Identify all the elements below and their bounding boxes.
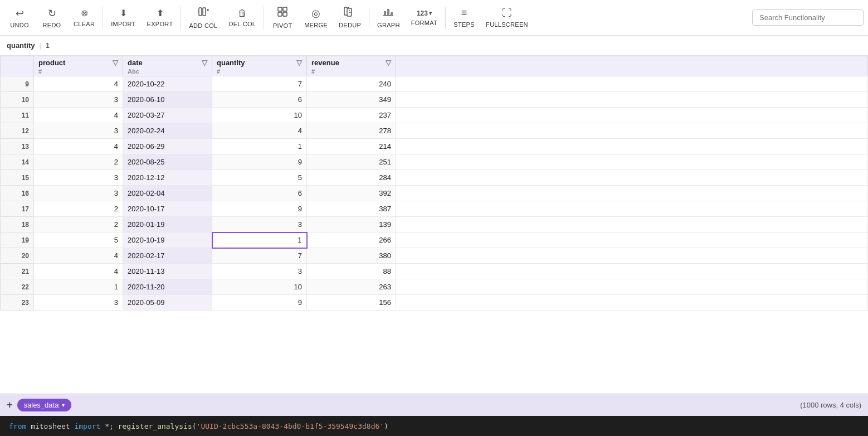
- table-row: 1952020-10-191266: [1, 232, 868, 248]
- cell-product[interactable]: 3: [34, 92, 123, 108]
- cell-quantity[interactable]: 9: [212, 201, 307, 217]
- cell-quantity[interactable]: 10: [212, 108, 307, 123]
- cell-revenue[interactable]: 251: [307, 154, 396, 170]
- cell-product[interactable]: 5: [34, 232, 123, 248]
- cell-quantity[interactable]: 9: [212, 295, 307, 311]
- cell-revenue[interactable]: 387: [307, 201, 396, 217]
- cell-date[interactable]: 2020-12-12: [123, 170, 212, 186]
- cell-product[interactable]: 4: [34, 264, 123, 279]
- graph-button[interactable]: GRAPH: [373, 2, 404, 33]
- cell-product[interactable]: 4: [34, 248, 123, 264]
- cell-product[interactable]: 4: [34, 139, 123, 154]
- cell-product[interactable]: 3: [34, 123, 123, 139]
- header-revenue[interactable]: revenue ▽ #: [307, 56, 396, 76]
- cell-quantity[interactable]: 3: [212, 264, 307, 279]
- cell-revenue[interactable]: 237: [307, 108, 396, 123]
- cell-revenue[interactable]: 263: [307, 279, 396, 295]
- del-col-button[interactable]: 🗑 DEL COL: [224, 2, 260, 33]
- cell-revenue[interactable]: 156: [307, 295, 396, 311]
- cell-date[interactable]: 2020-10-22: [123, 76, 212, 92]
- cell-product[interactable]: 3: [34, 295, 123, 311]
- cell-product[interactable]: 3: [34, 186, 123, 201]
- table-body: 942020-10-2272401032020-06-1063491142020…: [1, 76, 868, 311]
- cell-revenue[interactable]: 214: [307, 139, 396, 154]
- cell-date[interactable]: 2020-11-20: [123, 279, 212, 295]
- cell-quantity[interactable]: 1: [212, 232, 307, 248]
- sheet-tab[interactable]: sales_data ▾: [17, 399, 72, 411]
- header-product[interactable]: product ▽ #: [34, 56, 123, 76]
- cell-extra: [396, 154, 868, 170]
- table-row: 2042020-02-177380: [1, 248, 868, 264]
- export-button[interactable]: ⬆ EXPORT: [143, 2, 178, 33]
- cell-date[interactable]: 2020-02-24: [123, 123, 212, 139]
- filter-product-icon[interactable]: ▽: [113, 59, 118, 67]
- pivot-button[interactable]: PIVOT: [267, 2, 298, 33]
- cell-product[interactable]: 3: [34, 170, 123, 186]
- cell-date[interactable]: 2020-11-13: [123, 264, 212, 279]
- header-date[interactable]: date ▽ Abc: [123, 56, 212, 76]
- cell-product[interactable]: 1: [34, 279, 123, 295]
- header-quantity[interactable]: quantity ▽ #: [212, 56, 307, 76]
- code-bar: from mitosheet import *; register_analys…: [0, 416, 868, 436]
- cell-product[interactable]: 4: [34, 76, 123, 92]
- search-input[interactable]: [752, 9, 864, 26]
- cell-date[interactable]: 2020-06-10: [123, 92, 212, 108]
- cell-quantity[interactable]: 7: [212, 248, 307, 264]
- data-table: product ▽ # date ▽ Abc: [0, 56, 868, 311]
- sheet-name: sales_data: [24, 401, 59, 409]
- filter-revenue-icon[interactable]: ▽: [386, 59, 391, 67]
- clear-button[interactable]: ⊗ CLEAR: [69, 2, 99, 33]
- cell-date[interactable]: 2020-06-29: [123, 139, 212, 154]
- cell-date[interactable]: 2020-02-04: [123, 186, 212, 201]
- cell-quantity[interactable]: 10: [212, 279, 307, 295]
- cell-quantity[interactable]: 6: [212, 186, 307, 201]
- cell-date[interactable]: 2020-05-09: [123, 295, 212, 311]
- cell-quantity[interactable]: 3: [212, 217, 307, 232]
- cell-revenue[interactable]: 349: [307, 92, 396, 108]
- cell-quantity[interactable]: 4: [212, 123, 307, 139]
- steps-button[interactable]: ≡ STEPS: [449, 2, 479, 33]
- steps-icon: ≡: [461, 7, 467, 19]
- cell-date[interactable]: 2020-01-19: [123, 217, 212, 232]
- cell-product[interactable]: 2: [34, 201, 123, 217]
- row-number: 17: [1, 201, 34, 217]
- cell-product[interactable]: 2: [34, 154, 123, 170]
- row-number: 10: [1, 92, 34, 108]
- cell-revenue[interactable]: 240: [307, 76, 396, 92]
- cell-quantity[interactable]: 7: [212, 76, 307, 92]
- cell-date[interactable]: 2020-10-17: [123, 201, 212, 217]
- cell-revenue[interactable]: 284: [307, 170, 396, 186]
- cell-revenue[interactable]: 380: [307, 248, 396, 264]
- cell-date[interactable]: 2020-03-27: [123, 108, 212, 123]
- cell-date[interactable]: 2020-08-25: [123, 154, 212, 170]
- row-number: 13: [1, 139, 34, 154]
- cell-revenue[interactable]: 88: [307, 264, 396, 279]
- cell-product[interactable]: 2: [34, 217, 123, 232]
- filter-date-icon[interactable]: ▽: [202, 59, 207, 67]
- cell-revenue[interactable]: 278: [307, 123, 396, 139]
- cell-quantity[interactable]: 6: [212, 92, 307, 108]
- cell-revenue[interactable]: 139: [307, 217, 396, 232]
- table-row: 1342020-06-291214: [1, 139, 868, 154]
- header-quantity-label: quantity: [217, 59, 245, 67]
- cell-product[interactable]: 4: [34, 108, 123, 123]
- merge-button[interactable]: ◎ MERGE: [300, 2, 332, 33]
- cell-revenue[interactable]: 266: [307, 232, 396, 248]
- cell-quantity[interactable]: 1: [212, 139, 307, 154]
- format-button[interactable]: 123▾ FORMAT: [407, 2, 442, 33]
- filter-quantity-icon[interactable]: ▽: [296, 59, 302, 67]
- cell-quantity[interactable]: 9: [212, 154, 307, 170]
- code-func-name: register_analysis: [118, 422, 192, 430]
- add-sheet-button[interactable]: +: [7, 399, 13, 411]
- redo-button[interactable]: ↻ REDO: [37, 2, 67, 33]
- import-button[interactable]: ⬇ IMPORT: [106, 2, 140, 33]
- cell-date[interactable]: 2020-02-17: [123, 248, 212, 264]
- cell-date[interactable]: 2020-10-19: [123, 232, 212, 248]
- dedup-button[interactable]: DEDUP: [334, 2, 365, 33]
- cell-revenue[interactable]: 392: [307, 186, 396, 201]
- table-row: 2142020-11-13388: [1, 264, 868, 279]
- undo-button[interactable]: ↩ UNDO: [4, 2, 35, 33]
- cell-quantity[interactable]: 5: [212, 170, 307, 186]
- add-col-button[interactable]: ADD COL: [184, 2, 222, 33]
- fullscreen-button[interactable]: ⛶ FULLSCREEN: [481, 2, 533, 33]
